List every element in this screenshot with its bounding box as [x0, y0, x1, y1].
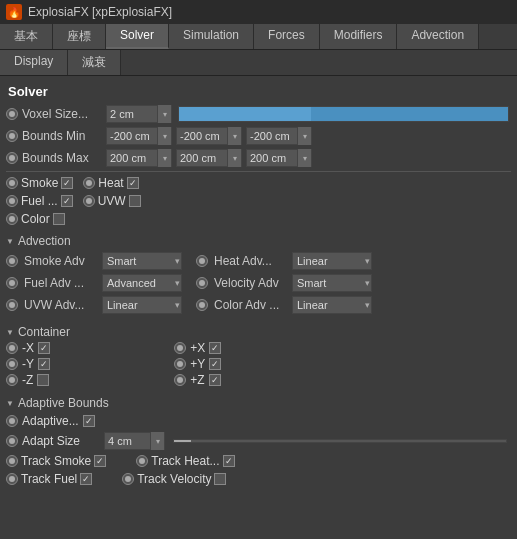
neg-x-radio[interactable] — [6, 342, 18, 354]
track-heat-radio[interactable] — [136, 455, 148, 467]
bounds-max-z[interactable]: ▾ — [246, 149, 312, 167]
tab-forces[interactable]: Forces — [254, 24, 320, 49]
adapt-size-slider[interactable] — [173, 439, 507, 443]
track-heat-cb[interactable] — [223, 455, 235, 467]
smoke-adv-radio[interactable] — [6, 255, 18, 267]
bounds-min-z-arrow[interactable]: ▾ — [297, 127, 311, 145]
bounds-min-y-input[interactable] — [177, 129, 227, 143]
bounds-max-radio[interactable] — [6, 152, 18, 164]
velocity-adv-radio[interactable] — [196, 277, 208, 289]
adapt-size-radio[interactable] — [6, 435, 18, 447]
bounds-min-z-input[interactable] — [247, 129, 297, 143]
tab-simulation[interactable]: Simulation — [169, 24, 254, 49]
pos-y-radio[interactable] — [174, 358, 186, 370]
track-smoke-radio[interactable] — [6, 455, 18, 467]
tab-advection[interactable]: Advection — [397, 24, 479, 49]
bounds-min-x-input[interactable] — [107, 129, 157, 143]
voxel-arrow[interactable]: ▾ — [157, 105, 171, 123]
tab-modifiers[interactable]: Modifiers — [320, 24, 398, 49]
color-adv-select[interactable]: LinearSmartAdvanced — [292, 296, 372, 314]
heat-adv-select[interactable]: LinearSmartAdvanced — [292, 252, 372, 270]
voxel-value-input[interactable] — [107, 107, 157, 121]
tab-basic[interactable]: 基本 — [0, 24, 53, 49]
color-adv-label: Color Adv ... — [214, 298, 286, 312]
bounds-max-z-input[interactable] — [247, 151, 297, 165]
bounds-min-y-arrow[interactable]: ▾ — [227, 127, 241, 145]
tab-display[interactable]: Display — [0, 50, 68, 75]
tab-damping[interactable]: 減衰 — [68, 50, 121, 75]
pos-z-cb[interactable] — [209, 374, 221, 386]
tab-coord[interactable]: 座標 — [53, 24, 106, 49]
voxel-radio[interactable] — [6, 108, 18, 120]
uvw-adv-select[interactable]: LinearSmartAdvanced — [102, 296, 182, 314]
track-fuel-cb[interactable] — [80, 473, 92, 485]
heat-label: Heat — [98, 176, 123, 190]
track-velocity-cb[interactable] — [214, 473, 226, 485]
color-adv-radio[interactable] — [196, 299, 208, 311]
smoke-item: Smoke — [6, 176, 73, 190]
adaptive-label: Adaptive... — [22, 414, 79, 428]
pos-x-radio[interactable] — [174, 342, 186, 354]
track-velocity-item: Track Velocity — [122, 472, 226, 486]
color-checkbox[interactable] — [53, 213, 65, 225]
adapt-size-field[interactable]: ▾ — [104, 432, 165, 450]
fuel-radio[interactable] — [6, 195, 18, 207]
bounds-min-radio[interactable] — [6, 130, 18, 142]
fuel-checkbox[interactable] — [61, 195, 73, 207]
smoke-adv-select[interactable]: SmartLinearAdvanced — [102, 252, 182, 270]
smoke-checkbox[interactable] — [61, 177, 73, 189]
neg-x-cb[interactable] — [38, 342, 50, 354]
pos-z-radio[interactable] — [174, 374, 186, 386]
bounds-max-y-input[interactable] — [177, 151, 227, 165]
track-velocity-radio[interactable] — [122, 473, 134, 485]
neg-z-cb[interactable] — [37, 374, 49, 386]
color-radio[interactable] — [6, 213, 18, 225]
voxel-input[interactable]: ▾ — [106, 105, 172, 123]
bounds-max-y[interactable]: ▾ — [176, 149, 242, 167]
uvw-adv-radio[interactable] — [6, 299, 18, 311]
tab-solver[interactable]: Solver — [106, 24, 169, 49]
bounds-max-x[interactable]: ▾ — [106, 149, 172, 167]
bounds-min-y[interactable]: ▾ — [176, 127, 242, 145]
heat-radio[interactable] — [83, 177, 95, 189]
smoke-adv-select-wrapper: SmartLinearAdvanced — [102, 252, 182, 270]
bounds-max-z-arrow[interactable]: ▾ — [297, 149, 311, 167]
advection-header[interactable]: ▼ Advection — [6, 231, 511, 250]
adaptive-bounds-header[interactable]: ▼ Adaptive Bounds — [6, 393, 511, 412]
track-smoke-cb[interactable] — [94, 455, 106, 467]
adaptive-cb[interactable] — [83, 415, 95, 427]
heat-adv-radio[interactable] — [196, 255, 208, 267]
pos-x-cb[interactable] — [209, 342, 221, 354]
neg-y-radio[interactable] — [6, 358, 18, 370]
voxel-slider[interactable] — [178, 106, 509, 122]
bounds-min-x[interactable]: ▾ — [106, 127, 172, 145]
adaptive-radio[interactable] — [6, 415, 18, 427]
fuel-adv-select[interactable]: AdvancedLinearSmart — [102, 274, 182, 292]
neg-y-label: -Y — [22, 357, 34, 371]
bounds-min-z[interactable]: ▾ — [246, 127, 312, 145]
pos-y-cb[interactable] — [209, 358, 221, 370]
advection-section: ▼ Advection Smoke Adv SmartLinearAdvance… — [6, 228, 511, 319]
uvw-radio[interactable] — [83, 195, 95, 207]
fuel-item: Fuel ... — [6, 194, 73, 208]
adaptive-bounds-title: Adaptive Bounds — [18, 396, 109, 410]
container-header[interactable]: ▼ Container — [6, 322, 511, 341]
adapt-size-input[interactable] — [105, 434, 150, 448]
neg-y-cb[interactable] — [38, 358, 50, 370]
bounds-min-x-arrow[interactable]: ▾ — [157, 127, 171, 145]
bounds-max-x-input[interactable] — [107, 151, 157, 165]
container-title: Container — [18, 325, 70, 339]
velocity-adv-select-wrapper: SmartLinearAdvanced — [292, 274, 372, 292]
adapt-size-arrow[interactable]: ▾ — [150, 432, 164, 450]
bounds-min-row: Bounds Min ▾ ▾ ▾ — [6, 125, 511, 147]
velocity-adv-select[interactable]: SmartLinearAdvanced — [292, 274, 372, 292]
smoke-radio[interactable] — [6, 177, 18, 189]
bounds-max-x-arrow[interactable]: ▾ — [157, 149, 171, 167]
uvw-checkbox[interactable] — [129, 195, 141, 207]
bounds-max-y-arrow[interactable]: ▾ — [227, 149, 241, 167]
uvw-item: UVW — [83, 194, 141, 208]
heat-checkbox[interactable] — [127, 177, 139, 189]
fuel-adv-radio[interactable] — [6, 277, 18, 289]
neg-z-radio[interactable] — [6, 374, 18, 386]
track-fuel-radio[interactable] — [6, 473, 18, 485]
